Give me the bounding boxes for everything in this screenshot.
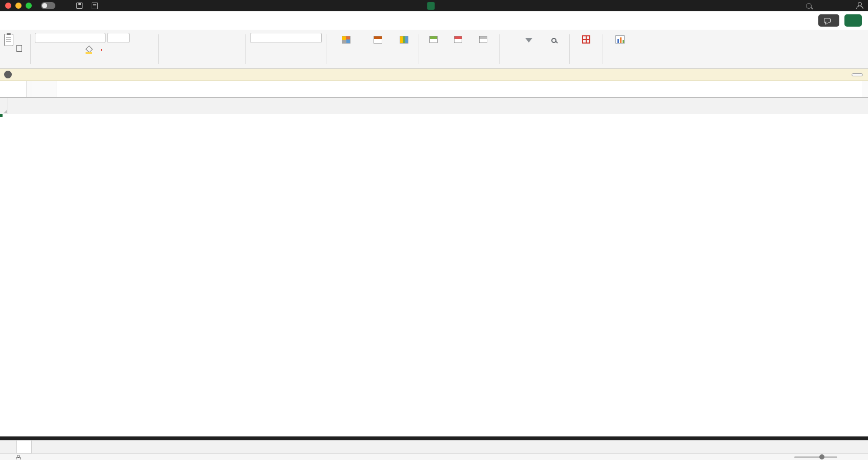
cell-styles-button[interactable] bbox=[394, 33, 415, 66]
font-name-select[interactable] bbox=[35, 33, 106, 43]
sort-filter-icon bbox=[525, 38, 532, 43]
select-all-corner[interactable] bbox=[0, 98, 8, 114]
window-bottom-edge bbox=[0, 436, 868, 440]
ribbon bbox=[0, 30, 868, 69]
paste-button[interactable] bbox=[4, 33, 13, 66]
window-controls bbox=[5, 3, 32, 9]
cell-styles-icon bbox=[400, 36, 408, 44]
delete-cells-button[interactable] bbox=[448, 33, 469, 66]
comma-style-button[interactable] bbox=[275, 45, 285, 55]
account-icon[interactable] bbox=[856, 2, 863, 9]
number-group bbox=[248, 32, 324, 66]
increase-indent-button[interactable] bbox=[212, 45, 223, 55]
alignment-group bbox=[161, 32, 243, 66]
sheet-tab[interactable] bbox=[16, 441, 32, 453]
styles-group bbox=[328, 32, 417, 66]
sort-filter-button[interactable] bbox=[518, 33, 540, 66]
align-left-button[interactable] bbox=[163, 45, 174, 55]
autosum-button[interactable] bbox=[504, 33, 515, 43]
search-icon bbox=[806, 3, 812, 9]
decrease-decimal-button[interactable] bbox=[299, 45, 310, 55]
fill-color-icon bbox=[86, 47, 93, 53]
analyze-data-button[interactable] bbox=[607, 33, 633, 66]
addins-group bbox=[572, 32, 601, 66]
title-center bbox=[427, 2, 441, 10]
delete-cells-icon bbox=[454, 36, 462, 43]
addins-icon bbox=[582, 35, 590, 44]
copy-button[interactable] bbox=[16, 44, 26, 54]
percent-style-button[interactable] bbox=[262, 45, 273, 55]
analyze-data-icon bbox=[615, 35, 625, 44]
fill-button[interactable] bbox=[504, 44, 515, 54]
decrease-indent-button[interactable] bbox=[200, 45, 211, 55]
decrease-font-size-button[interactable] bbox=[143, 33, 154, 43]
orientation-button[interactable] bbox=[200, 33, 211, 43]
format-cells-button[interactable] bbox=[472, 33, 495, 66]
excel-logo bbox=[427, 2, 435, 10]
addins-button[interactable] bbox=[574, 33, 598, 66]
titlebar bbox=[0, 0, 868, 11]
share-button[interactable] bbox=[844, 14, 862, 27]
fill-color-button[interactable] bbox=[84, 45, 95, 55]
clipboard-group bbox=[2, 32, 28, 66]
font-color-icon bbox=[101, 49, 102, 51]
number-format-select[interactable] bbox=[250, 33, 322, 43]
spreadsheet-grid bbox=[0, 97, 868, 436]
cells-group bbox=[421, 32, 497, 66]
conditional-formatting-button[interactable] bbox=[330, 33, 362, 66]
name-box[interactable] bbox=[0, 81, 27, 97]
column-headers bbox=[0, 98, 868, 114]
format-painter-button[interactable] bbox=[16, 55, 26, 65]
font-size-select[interactable] bbox=[107, 33, 130, 43]
tab-row-right bbox=[818, 14, 862, 27]
bold-button[interactable] bbox=[35, 45, 46, 55]
insert-cells-icon bbox=[429, 36, 438, 43]
autosave-toggle[interactable] bbox=[41, 2, 55, 9]
accounting-format-button[interactable] bbox=[250, 45, 261, 55]
align-right-button[interactable] bbox=[188, 45, 198, 55]
autosave-toggle-knob bbox=[42, 3, 47, 8]
borders-button[interactable] bbox=[72, 45, 82, 55]
fullscreen-window-button[interactable] bbox=[26, 3, 32, 9]
format-cells-icon bbox=[479, 36, 487, 43]
font-color-button[interactable] bbox=[96, 45, 107, 55]
excel-window bbox=[0, 0, 868, 460]
insert-cells-button[interactable] bbox=[423, 33, 445, 66]
align-center-button[interactable] bbox=[175, 45, 186, 55]
titlebar-right bbox=[806, 2, 863, 9]
warning-bar bbox=[0, 69, 868, 81]
align-bottom-button[interactable] bbox=[188, 33, 198, 43]
increase-font-size-button[interactable] bbox=[131, 33, 142, 43]
comments-button[interactable] bbox=[818, 14, 839, 27]
wrap-text-button[interactable] bbox=[230, 33, 241, 43]
font-group bbox=[33, 32, 156, 66]
close-window-button[interactable] bbox=[5, 3, 11, 9]
format-as-table-button[interactable] bbox=[365, 33, 391, 66]
cut-button[interactable] bbox=[16, 33, 26, 43]
editing-group bbox=[502, 32, 567, 66]
increase-decimal-button[interactable] bbox=[287, 45, 298, 55]
print-icon[interactable] bbox=[92, 3, 98, 9]
minimize-window-button[interactable] bbox=[15, 3, 22, 9]
selected-cell-outline[interactable] bbox=[0, 114, 2, 116]
formula-bar bbox=[0, 81, 868, 97]
copy-icon bbox=[17, 46, 22, 52]
merge-center-button[interactable] bbox=[230, 44, 241, 54]
name-box-stepper[interactable] bbox=[27, 81, 31, 97]
italic-button[interactable] bbox=[47, 45, 58, 55]
zoom-slider[interactable] bbox=[794, 456, 837, 458]
clear-button[interactable] bbox=[504, 55, 515, 65]
align-middle-button[interactable] bbox=[175, 33, 186, 43]
comment-icon bbox=[824, 18, 831, 23]
sheet-tab-bar bbox=[0, 440, 868, 453]
accessibility-icon bbox=[15, 455, 20, 459]
status-bar bbox=[0, 453, 868, 460]
ribbon-tab-row bbox=[0, 11, 868, 30]
underline-button[interactable] bbox=[59, 45, 70, 55]
save-as-button[interactable] bbox=[852, 73, 863, 76]
formula-input[interactable] bbox=[56, 81, 862, 97]
save-icon[interactable] bbox=[76, 3, 82, 9]
find-select-button[interactable] bbox=[543, 33, 565, 66]
zoom-slider-knob[interactable] bbox=[819, 454, 824, 459]
align-top-button[interactable] bbox=[163, 33, 174, 43]
